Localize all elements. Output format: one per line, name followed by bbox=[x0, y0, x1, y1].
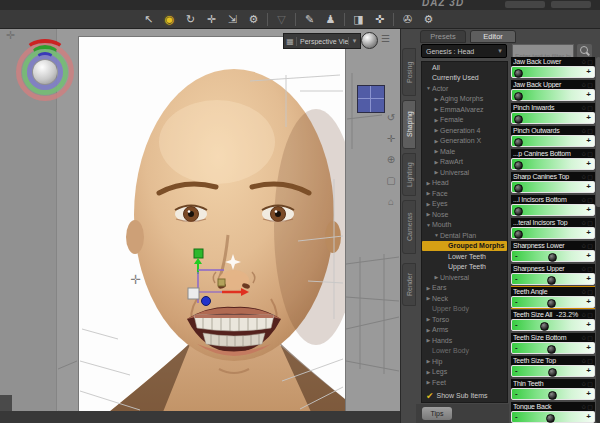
tree-item-aging-morphs[interactable]: ▶Aging Morphs bbox=[422, 94, 507, 105]
layers-icon[interactable]: ☰ bbox=[381, 33, 390, 44]
tree-item-ears[interactable]: ▶Ears bbox=[422, 283, 507, 294]
slider-increment-button[interactable]: + bbox=[586, 136, 591, 146]
tree-item-currently-used[interactable]: Currently Used bbox=[422, 73, 507, 84]
param-options-icon[interactable]: ▢ bbox=[587, 288, 593, 295]
morph-slider-tongue-back[interactable]: -+ bbox=[511, 411, 595, 423]
slider-knob[interactable] bbox=[514, 184, 523, 193]
tab-presets[interactable]: Presets bbox=[420, 30, 466, 43]
slider-decrement-button[interactable]: - bbox=[515, 412, 518, 422]
tree-item-arms[interactable]: ▶Arms bbox=[422, 325, 507, 336]
scale-tool[interactable]: ⇲ bbox=[222, 11, 243, 28]
favorite-icon[interactable]: ✩ bbox=[581, 81, 586, 88]
morph-slider-thin-teeth[interactable]: -+ bbox=[511, 388, 595, 400]
tree-item-legs[interactable]: ▶Legs bbox=[422, 367, 507, 378]
favorite-icon[interactable]: ✩ bbox=[581, 403, 586, 410]
favorite-icon[interactable]: ✩ bbox=[581, 380, 586, 387]
side-tab-cameras[interactable]: Cameras bbox=[402, 200, 416, 254]
slider-increment-button[interactable]: + bbox=[586, 159, 591, 169]
param-options-icon[interactable]: ▢ bbox=[587, 357, 593, 364]
side-tab-render[interactable]: Render bbox=[402, 263, 416, 306]
slider-decrement-button[interactable]: - bbox=[515, 251, 518, 261]
tree-item-generation-x[interactable]: ▶Generation X bbox=[422, 136, 507, 147]
surface-selection-tool[interactable]: ✎ bbox=[299, 11, 320, 28]
param-options-icon[interactable]: ▢ bbox=[587, 311, 593, 318]
side-tab-lighting[interactable]: Lighting bbox=[402, 153, 416, 196]
tree-item-universal[interactable]: ▶Universal bbox=[422, 272, 507, 283]
favorite-icon[interactable]: ✩ bbox=[581, 150, 586, 157]
slider-increment-button[interactable]: + bbox=[586, 113, 591, 123]
slider-knob[interactable] bbox=[514, 92, 523, 101]
figure-selection-tool[interactable]: ♟ bbox=[320, 11, 341, 28]
tree-item-actor[interactable]: ▼Actor bbox=[422, 83, 507, 94]
titlebar-button[interactable] bbox=[505, 1, 545, 8]
slider-increment-button[interactable]: + bbox=[586, 320, 591, 330]
slider-knob[interactable] bbox=[514, 161, 523, 170]
show-sub-items-checkbox[interactable]: ✔Show Sub Items bbox=[422, 389, 507, 402]
tree-item-mouth[interactable]: ▼Mouth bbox=[422, 220, 507, 231]
select-tool[interactable]: ↖ bbox=[138, 11, 159, 28]
slider-decrement-button[interactable]: - bbox=[515, 320, 518, 330]
favorite-icon[interactable]: ✩ bbox=[581, 265, 586, 272]
morph-slider-sharpness-upper[interactable]: -+ bbox=[511, 273, 595, 285]
slider-knob[interactable] bbox=[514, 207, 523, 216]
home-view-button[interactable]: ⌂ bbox=[383, 195, 399, 209]
morph-slider--teral-incisors-top[interactable]: -+ bbox=[511, 227, 595, 239]
filter-tool[interactable]: ▽ bbox=[271, 11, 292, 28]
side-tab-shaping[interactable]: Shaping bbox=[402, 100, 416, 149]
morph-slider-teeth-size-all[interactable]: -+ bbox=[511, 319, 595, 331]
tree-item-hands[interactable]: ▶Hands bbox=[422, 335, 507, 346]
tree-item-male[interactable]: ▶Male bbox=[422, 146, 507, 157]
tips-button[interactable]: Tips bbox=[422, 407, 452, 420]
tree-item-lower-body[interactable]: Lower Body bbox=[422, 346, 507, 357]
slider-increment-button[interactable]: + bbox=[586, 343, 591, 353]
side-tab-posing[interactable]: Posing bbox=[402, 48, 416, 96]
tree-item-grouped-morphs[interactable]: Grouped Morphs bbox=[422, 241, 507, 252]
slider-knob[interactable] bbox=[540, 322, 549, 331]
morph-slider-teeth-size-bottom[interactable]: -+ bbox=[511, 342, 595, 354]
slider-knob[interactable] bbox=[514, 230, 523, 239]
zoom-tool[interactable]: ⊕ bbox=[383, 153, 399, 167]
tree-item-hip[interactable]: ▶Hip bbox=[422, 356, 507, 367]
scrollbar[interactable] bbox=[596, 57, 600, 423]
tab-editor[interactable]: Editor bbox=[470, 30, 516, 43]
slider-increment-button[interactable]: + bbox=[586, 274, 591, 284]
param-options-icon[interactable]: ▢ bbox=[587, 81, 593, 88]
param-options-icon[interactable]: ▢ bbox=[587, 58, 593, 65]
tree-item-torso[interactable]: ▶Torso bbox=[422, 314, 507, 325]
node-selection-tool[interactable]: ◉ bbox=[159, 11, 180, 28]
param-options-icon[interactable]: ▢ bbox=[587, 196, 593, 203]
scrollbar-thumb[interactable] bbox=[596, 57, 600, 207]
translate-tool[interactable]: ✛ bbox=[201, 11, 222, 28]
slider-knob[interactable] bbox=[547, 299, 556, 308]
pan-tool[interactable]: ✛ bbox=[383, 132, 399, 146]
tree-item-dental-plan[interactable]: ▼Dental Plan bbox=[422, 230, 507, 241]
active-pose-tool[interactable]: ⚙ bbox=[243, 11, 264, 28]
param-options-icon[interactable]: ▢ bbox=[587, 380, 593, 387]
morph-slider-sharp-canines-top[interactable]: -+ bbox=[511, 181, 595, 193]
viewport[interactable]: ✛ ▦ Perspective View ▾ ☰ ↺✛⊕▢⌂ ✛ bbox=[0, 29, 400, 423]
favorite-icon[interactable]: ✩ bbox=[581, 173, 586, 180]
slider-knob[interactable] bbox=[548, 253, 557, 262]
tree-item-feet[interactable]: ▶Feet bbox=[422, 377, 507, 388]
tree-item-head[interactable]: ▶Head bbox=[422, 178, 507, 189]
morph-slider--l-incisors-bottom[interactable]: -+ bbox=[511, 204, 595, 216]
slider-increment-button[interactable]: + bbox=[586, 297, 591, 307]
favorite-icon[interactable]: ✩ bbox=[581, 334, 586, 341]
slider-knob[interactable] bbox=[546, 414, 555, 423]
morph-slider--p-canines-bottom[interactable]: -+ bbox=[511, 158, 595, 170]
slider-increment-button[interactable]: + bbox=[586, 412, 591, 422]
tree-item-all[interactable]: All bbox=[422, 62, 507, 73]
favorite-icon[interactable]: ✩ bbox=[581, 242, 586, 249]
scope-dropdown[interactable]: Genesis : Head ▾ bbox=[421, 44, 507, 58]
tree-item-universal[interactable]: ▶Universal bbox=[422, 167, 507, 178]
slider-increment-button[interactable]: + bbox=[586, 366, 591, 376]
param-options-icon[interactable]: ▢ bbox=[587, 150, 593, 157]
morph-slider-teeth-size-top[interactable]: -+ bbox=[511, 365, 595, 377]
favorite-icon[interactable]: ✩ bbox=[581, 288, 586, 295]
slider-increment-button[interactable]: + bbox=[586, 228, 591, 238]
tree-item-face[interactable]: ▶Face bbox=[422, 188, 507, 199]
tree-item-lower-teeth[interactable]: Lower Teeth bbox=[422, 251, 507, 262]
slider-knob[interactable] bbox=[548, 391, 557, 400]
morph-slider-sharpness-lower[interactable]: -+ bbox=[511, 250, 595, 262]
render-settings-button[interactable]: ⚙ bbox=[418, 11, 439, 28]
